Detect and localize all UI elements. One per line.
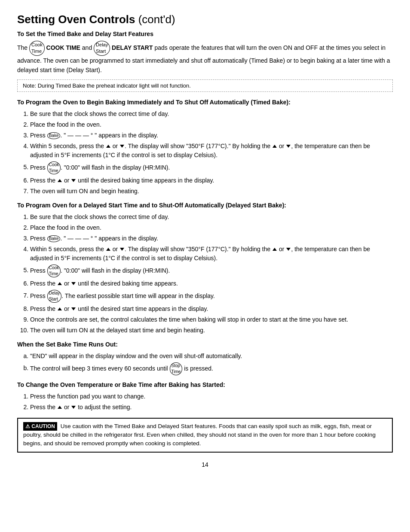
timed-bake-step-5: Press CookTime. "0:00" will flash in the… (30, 161, 393, 174)
arrow-up-icon-6 (58, 282, 62, 285)
timed-bake-heading: To Program the Oven to Begin Baking Imme… (17, 98, 393, 107)
runs-out-item-b: The control will beep 3 times every 60 s… (30, 362, 393, 375)
arrow-down-icon-2 (286, 145, 291, 148)
delayed-step-4: Within 5 seconds, press the or . The dis… (30, 245, 393, 263)
arrow-up-icon-8 (58, 406, 62, 409)
note-box: Note: During Timed Bake the preheat indi… (17, 79, 393, 92)
delayed-start-steps-list: Be sure that the clock shows the correct… (30, 213, 393, 335)
delayed-step-8: Press the or until the desired start tim… (30, 304, 393, 313)
change-temp-heading: To Change the Oven Temperature or Bake T… (17, 380, 393, 389)
delayed-step-6: Press the or until the desired baking ti… (30, 279, 393, 288)
stop-time-icon: StopTime (170, 362, 183, 375)
note-text: Note: During Timed Bake the preheat indi… (23, 82, 191, 89)
arrow-up-icon-7 (58, 307, 62, 310)
arrow-up-icon-3 (58, 179, 62, 182)
delayed-step-10: The oven will turn ON at the delayed sta… (30, 326, 393, 335)
cook-time-icon-1: CookTime (47, 161, 61, 174)
delay-start-icon-1: DelayStart (47, 290, 62, 303)
arrow-up-icon-1 (106, 145, 110, 148)
bake-button-icon-1: Bake (47, 132, 61, 139)
arrow-down-icon-7 (71, 307, 76, 310)
runs-out-list: "END" will appear in the display window … (30, 352, 393, 375)
timed-bake-step-7: The oven will turn ON and begin heating. (30, 187, 393, 196)
timed-bake-step-4: Within 5 seconds, press the or . The dis… (30, 142, 393, 160)
arrow-up-icon-4 (106, 248, 110, 251)
change-temp-steps-list: Press the function pad you want to chang… (30, 392, 393, 412)
arrow-up-icon-2 (272, 145, 277, 148)
timed-bake-steps-list: Be sure that the clock shows the correct… (30, 109, 393, 196)
delayed-start-heading: To Program Oven for a Delayed Start Time… (17, 201, 393, 210)
bake-button-icon-2: Bake (47, 235, 61, 242)
timed-bake-step-3: Press Bake. " — — — ° " appears in the d… (30, 131, 393, 140)
timed-bake-step-6: Press the or until the desired baking ti… (30, 176, 393, 185)
arrow-down-icon-5 (286, 248, 291, 251)
delayed-step-7: Press DelayStart. The earliest possible … (30, 290, 393, 303)
runs-out-heading: When the Set Bake Time Runs Out: (17, 340, 393, 349)
delay-start-button-icon: DelayStart (94, 41, 110, 56)
page-number: 14 (17, 461, 393, 468)
delayed-step-1: Be sure that the clock shows the correct… (30, 213, 393, 222)
arrow-down-icon-8 (71, 406, 76, 409)
runs-out-item-a: "END" will appear in the display window … (30, 352, 393, 361)
delayed-step-9: Once the controls are set, the control c… (30, 315, 393, 324)
main-heading: To Set the Timed Bake and Delay Start Fe… (17, 30, 393, 37)
page-title: Setting Oven Controls (cont'd) (17, 13, 393, 26)
delayed-step-3: Press Bake. " — — — ° " appears in the d… (30, 234, 393, 243)
cook-time-button-icon: CookTime (29, 41, 45, 56)
change-temp-step-1: Press the function pad you want to chang… (30, 392, 393, 401)
timed-bake-step-2: Place the food in the oven. (30, 120, 393, 129)
caution-box: CAUTION Use caution with the Timed Bake … (17, 418, 393, 453)
cook-time-icon-2: CookTime (47, 264, 61, 277)
title-suffix: (cont'd) (135, 13, 175, 26)
arrow-down-icon-1 (120, 145, 124, 148)
arrow-up-icon-5 (272, 248, 277, 251)
arrow-down-icon-6 (71, 282, 76, 285)
arrow-down-icon-3 (71, 179, 76, 182)
caution-label: CAUTION (23, 422, 57, 431)
change-temp-step-2: Press the or to adjust the setting. (30, 403, 393, 412)
delayed-step-5: Press CookTime. "0:00" will flash in the… (30, 264, 393, 277)
intro-paragraph: The CookTime COOK TIME and DelayStart DE… (17, 41, 393, 75)
timed-bake-step-1: Be sure that the clock shows the correct… (30, 109, 393, 119)
caution-text: Use caution with the Timed Bake and Dela… (23, 423, 376, 447)
delayed-step-2: Place the food in the oven. (30, 223, 393, 232)
arrow-down-icon-4 (120, 248, 124, 251)
title-text: Setting Oven Controls (17, 13, 135, 26)
